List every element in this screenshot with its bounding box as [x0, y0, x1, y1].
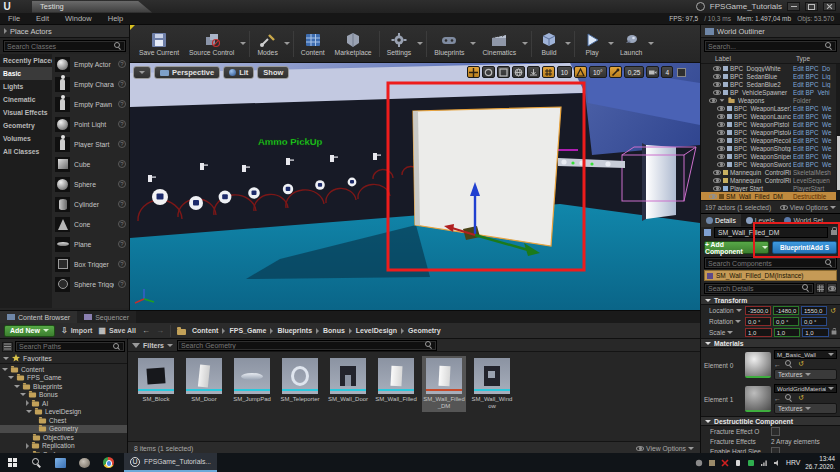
source-control-button[interactable]: Source Control [184, 31, 239, 57]
reset-location-icon[interactable]: ↺ [829, 307, 837, 315]
modes-caret-icon[interactable] [284, 42, 290, 45]
taskbar-search-icon[interactable] [24, 453, 48, 472]
sequencer-tab[interactable]: Sequencer [77, 311, 136, 323]
visibility-eye-icon[interactable] [709, 194, 717, 199]
filters-button[interactable]: Filters [132, 342, 173, 349]
show-button[interactable]: Show [257, 66, 289, 79]
search-components-box[interactable] [704, 257, 837, 269]
minimize-button[interactable] [787, 2, 800, 11]
menu-edit[interactable]: Edit [28, 14, 57, 23]
taskbar-app-icon-1[interactable] [48, 453, 72, 472]
outliner-row[interactable]: BP_VehicleSpawnerEdit BP_Vehi [701, 88, 840, 96]
browse-icon[interactable] [785, 394, 793, 402]
place-item-player-start[interactable]: Player Start? [52, 134, 129, 154]
cb-view-options-button[interactable]: View Options [636, 445, 694, 452]
reset-material-icon[interactable]: ↺ [797, 360, 805, 368]
asset-sm-block[interactable]: SM_Block [134, 356, 178, 405]
visibility-eye-icon[interactable] [717, 122, 725, 127]
textures-button[interactable]: Textures [774, 369, 837, 380]
search-classes-input[interactable] [7, 43, 111, 50]
tray-icon[interactable] [695, 459, 703, 467]
visibility-eye-icon[interactable] [717, 106, 725, 111]
viewport[interactable]: Ammo PickUp [130, 63, 700, 310]
tray-icon[interactable] [747, 459, 755, 467]
language-indicator[interactable]: HRV [786, 459, 800, 466]
outliner-row[interactable]: Mannequin_ControlRigSkeletalMesh [701, 168, 840, 176]
place-item-plane[interactable]: Plane? [52, 234, 129, 254]
visibility-eye-icon[interactable] [713, 66, 721, 71]
grid-snap-value[interactable]: 10 [557, 66, 572, 78]
visibility-eye-icon[interactable] [717, 114, 725, 119]
tree-item-content[interactable]: Content [0, 365, 127, 374]
place-item-cone[interactable]: Cone? [52, 214, 129, 234]
visibility-eye-icon[interactable] [713, 170, 721, 175]
location-y-field[interactable]: -1480,0 [773, 306, 799, 315]
favorites-header[interactable]: Favorites [0, 353, 127, 364]
material-thumbnail[interactable] [745, 352, 771, 378]
tree-item-leveldesign[interactable]: LevelDesign [0, 408, 127, 417]
save-all-button[interactable]: ▦Save All [98, 326, 136, 335]
place-item-cylinder[interactable]: Cylinder? [52, 194, 129, 214]
outliner-row[interactable]: BPC_DoggyWhiteEdit BPC_Do [701, 64, 840, 72]
start-button[interactable] [0, 453, 24, 472]
selected-wall-mesh[interactable] [413, 107, 561, 246]
lock-icon[interactable] [831, 230, 837, 235]
asset-sm-jumppad[interactable]: SM_JumpPad [230, 356, 274, 405]
outliner-search-input[interactable] [708, 43, 822, 50]
blueprint-add-script-button[interactable]: Blueprint/Add S [772, 241, 837, 254]
taskbar-app-icon-2[interactable] [72, 453, 96, 472]
visibility-eye-icon[interactable] [713, 90, 721, 95]
rotation-snap-value[interactable]: 10° [589, 66, 607, 78]
tree-item-fps-game[interactable]: FPS_Game [0, 374, 127, 383]
outliner-row[interactable]: Mannequin_ControlRig_TLevelSequen [701, 176, 840, 184]
details-view-options-button[interactable] [827, 283, 837, 293]
menu-file[interactable]: File [0, 14, 28, 23]
world-local-toggle-button[interactable] [512, 66, 525, 78]
help-icon[interactable]: ? [118, 280, 126, 288]
location-x-field[interactable]: -3500,0 [745, 306, 771, 315]
rotation-z-field[interactable]: 0,0 ° [801, 317, 827, 326]
search-assets-box[interactable] [177, 340, 437, 351]
type-column-header[interactable]: Type [796, 55, 840, 62]
visibility-eye-icon[interactable] [717, 146, 725, 151]
settings-caret-icon[interactable] [417, 42, 423, 45]
search-assets-input[interactable] [181, 342, 422, 349]
lit-button[interactable]: Lit [223, 66, 254, 79]
category-recently-placed[interactable]: Recently Placed [0, 54, 52, 67]
outliner-row-selected[interactable]: SM_Wall_Filled_DMDestructible [701, 192, 840, 200]
crumb-bonus[interactable]: Bonus [323, 327, 345, 334]
fracture-effect-checkbox[interactable] [771, 427, 780, 436]
visibility-eye-icon[interactable] [713, 178, 721, 183]
browse-icon[interactable] [785, 360, 793, 368]
asset-sm-door[interactable]: SM_Door [182, 356, 226, 405]
grid-snap-toggle[interactable] [542, 66, 555, 78]
tree-item-bonus[interactable]: Bonus [0, 391, 127, 400]
help-icon[interactable]: ? [118, 120, 126, 128]
menu-help[interactable]: Help [100, 14, 131, 23]
scale-snap-value[interactable]: 0,25 [624, 66, 645, 78]
visibility-eye-icon[interactable] [709, 98, 717, 103]
component-instance-row[interactable]: SM_Wall_Filled_DM(Instance) [704, 270, 837, 281]
save-current-button[interactable]: Save Current [134, 31, 184, 57]
sources-toggle-button[interactable] [2, 342, 13, 352]
rotate-tool-button[interactable] [482, 66, 495, 78]
place-item-empty-pawn[interactable]: Empty Pawn? [52, 94, 129, 114]
label-column-header[interactable]: Label [715, 55, 731, 62]
category-visual-effects[interactable]: Visual Effects [0, 106, 52, 119]
property-matrix-button[interactable] [816, 283, 825, 293]
outliner-row[interactable]: BPC_WeaponSwordEdit BPC_We [701, 160, 840, 168]
add-component-button[interactable]: + Add Component [704, 241, 769, 254]
visibility-eye-icon[interactable] [713, 74, 721, 79]
search-components-input[interactable] [708, 260, 822, 267]
outliner-row[interactable]: BPC_WeaponShotgunEdit BPC_We [701, 144, 840, 152]
crumb-leveldesign[interactable]: LevelDesign [356, 327, 397, 334]
chrome-icon[interactable] [96, 453, 120, 472]
tree-item-ai[interactable]: AI [0, 399, 127, 408]
scale-lock-icon[interactable] [832, 331, 837, 335]
asset-sm-wall-filled-dm-selected[interactable]: SM_Wall_Filled_DM [422, 356, 466, 412]
asset-sm-wall-window[interactable]: SM_Wall_Window [470, 356, 514, 412]
category-geometry[interactable]: Geometry [0, 119, 52, 132]
scale-snap-toggle[interactable] [609, 66, 622, 78]
search-classes-box[interactable] [3, 40, 126, 52]
maximize-viewport-button[interactable] [677, 68, 686, 77]
